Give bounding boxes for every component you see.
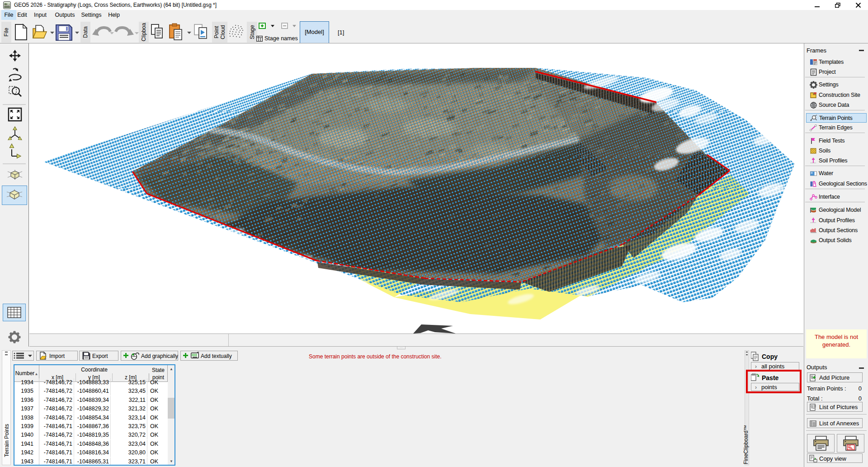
svg-text:Export: Export xyxy=(92,353,108,359)
svg-text:Add graphically: Add graphically xyxy=(141,353,178,359)
svg-text:Add textually: Add textually xyxy=(201,353,232,359)
svg-text:Paste: Paste xyxy=(762,374,779,381)
svg-text:Copy: Copy xyxy=(762,353,778,360)
svg-text:Import: Import xyxy=(49,353,65,359)
